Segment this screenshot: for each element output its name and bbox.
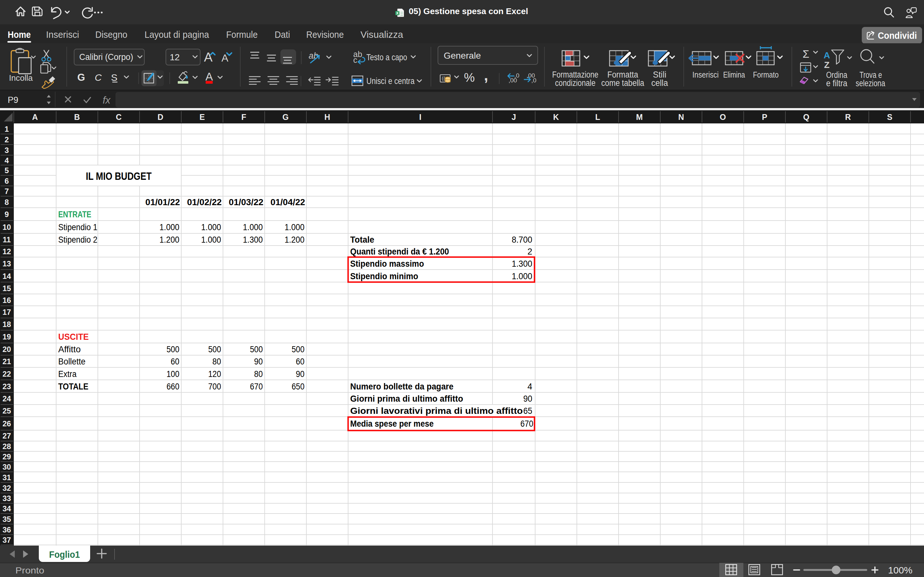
svg-text:P9: P9 [8, 95, 18, 105]
svg-text:M: M [636, 113, 643, 121]
svg-text:Z: Z [824, 60, 829, 70]
svg-text:P: P [762, 113, 767, 121]
svg-text:Totale: Totale [351, 235, 375, 245]
svg-text:01/03/22: 01/03/22 [229, 197, 263, 207]
svg-text:X: X [396, 11, 399, 15]
svg-text:1.000: 1.000 [512, 271, 532, 281]
svg-text:35: 35 [3, 515, 11, 524]
svg-text:60: 60 [171, 357, 179, 366]
svg-text:,00: ,00 [509, 77, 517, 84]
svg-text:A: A [824, 50, 830, 60]
svg-text:Elimina: Elimina [723, 70, 745, 79]
svg-text:670: 670 [250, 382, 263, 392]
svg-text:Condividi: Condividi [878, 31, 917, 41]
svg-text:Quanti stipendi da € 1.200: Quanti stipendi da € 1.200 [351, 247, 449, 256]
svg-text:16: 16 [3, 296, 11, 305]
svg-text:660: 660 [166, 382, 179, 392]
svg-text:Extra: Extra [58, 369, 77, 379]
svg-text:2: 2 [527, 247, 532, 256]
svg-text:Formato: Formato [753, 70, 779, 79]
svg-text:500: 500 [250, 345, 263, 354]
svg-text:Giorni prima di ultimo affitto: Giorni prima di ultimo affitto [351, 394, 463, 404]
svg-text:E: E [200, 113, 205, 121]
svg-text:J: J [512, 113, 516, 121]
svg-text:O: O [720, 113, 726, 121]
svg-text:G: G [282, 113, 288, 121]
svg-text:B: B [74, 113, 80, 121]
svg-text:Layout di pagina: Layout di pagina [145, 29, 209, 40]
svg-text:e filtra: e filtra [826, 79, 848, 88]
svg-text:24: 24 [3, 394, 11, 403]
svg-text:11: 11 [3, 235, 11, 244]
svg-text:L: L [595, 113, 600, 121]
svg-text:F: F [241, 113, 246, 121]
svg-text:Visualizza: Visualizza [360, 29, 403, 40]
svg-text:13: 13 [3, 259, 11, 268]
svg-text:34: 34 [3, 504, 11, 513]
svg-text:C: C [116, 113, 121, 121]
svg-text:100%: 100% [888, 565, 913, 575]
svg-text:I: I [419, 113, 422, 121]
svg-text:31: 31 [3, 473, 11, 482]
svg-text:22: 22 [3, 370, 11, 378]
svg-text:1.300: 1.300 [512, 259, 532, 269]
svg-text:R: R [845, 113, 851, 121]
svg-text:G: G [78, 72, 85, 83]
svg-text:Bollette: Bollette [58, 357, 86, 366]
svg-text:Stipendio massimo: Stipendio massimo [351, 259, 424, 269]
svg-text:05) Gestione spesa con Excel: 05) Gestione spesa con Excel [409, 7, 528, 16]
svg-text:1.000: 1.000 [243, 222, 263, 232]
svg-text:Numero bollette da pagare: Numero bollette da pagare [351, 382, 454, 392]
svg-text:fx: fx [103, 95, 111, 106]
svg-text:90: 90 [523, 394, 532, 404]
svg-text:17: 17 [3, 308, 11, 316]
svg-text:27: 27 [3, 432, 11, 440]
svg-text:c: c [353, 55, 357, 64]
svg-text:650: 650 [292, 382, 304, 392]
svg-text:S: S [111, 72, 118, 83]
svg-text:90: 90 [254, 357, 263, 366]
svg-text:Incolla: Incolla [9, 73, 33, 83]
svg-text:Disegno: Disegno [95, 29, 128, 40]
svg-text:1: 1 [5, 125, 9, 133]
svg-text:D: D [158, 113, 163, 121]
svg-text:1.000: 1.000 [284, 222, 304, 232]
svg-text:,0: ,0 [531, 77, 536, 84]
svg-text:500: 500 [166, 345, 179, 354]
svg-text:1.000: 1.000 [201, 235, 221, 245]
svg-text:120: 120 [208, 369, 221, 379]
svg-text:6: 6 [5, 177, 9, 185]
svg-text:Stipendio 1: Stipendio 1 [58, 222, 97, 232]
svg-text:C: C [95, 72, 102, 83]
svg-text:IL MIO BUDGET: IL MIO BUDGET [86, 170, 152, 182]
svg-text:TOTALE: TOTALE [58, 382, 89, 392]
svg-text:700: 700 [208, 382, 221, 392]
svg-text:H: H [325, 113, 330, 121]
svg-text:seleziona: seleziona [856, 79, 885, 88]
svg-text:%: % [464, 71, 475, 84]
svg-text:7: 7 [5, 187, 9, 195]
svg-text:Foglio1: Foglio1 [49, 550, 80, 560]
svg-text:100: 100 [166, 369, 179, 379]
svg-text:A: A [32, 113, 38, 121]
svg-text:1.300: 1.300 [243, 235, 263, 245]
svg-text:2: 2 [5, 135, 9, 144]
svg-text:65: 65 [523, 406, 532, 416]
svg-text:20: 20 [3, 345, 11, 354]
svg-text:Giorni lavorativi prima di ult: Giorni lavorativi prima di ultimo affitt… [351, 406, 523, 416]
svg-text:500: 500 [208, 345, 221, 354]
svg-text:Σ: Σ [803, 48, 809, 60]
svg-text:21: 21 [3, 357, 11, 366]
svg-text:Revisione: Revisione [306, 29, 344, 40]
svg-text:12: 12 [170, 52, 180, 62]
svg-text:5: 5 [5, 166, 9, 175]
svg-text:Inserisci: Inserisci [46, 29, 79, 40]
svg-text:Generale: Generale [444, 51, 481, 61]
svg-text:Testo a capo: Testo a capo [367, 53, 407, 62]
svg-text:26: 26 [3, 419, 11, 428]
svg-text:USCITE: USCITE [58, 332, 89, 342]
svg-text:cella: cella [651, 78, 668, 88]
svg-text:29: 29 [3, 452, 11, 461]
svg-text:15: 15 [3, 284, 11, 293]
svg-text:32: 32 [3, 484, 11, 492]
